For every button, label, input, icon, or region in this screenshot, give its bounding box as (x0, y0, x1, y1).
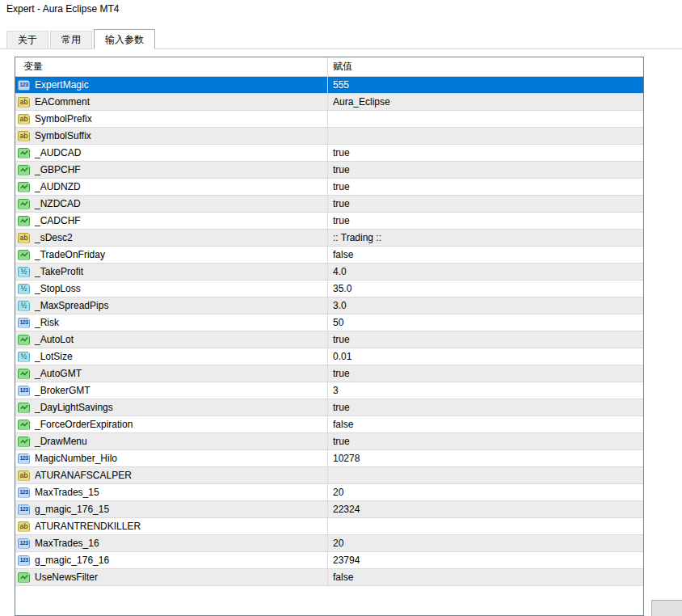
partial-button[interactable] (651, 600, 682, 616)
table-row[interactable]: ab EAComment Aura_Eclipse (15, 94, 643, 111)
bool-type-icon (18, 437, 30, 447)
param-name: ATURANAFSCALPER (35, 470, 132, 481)
table-row[interactable]: 123 ExpertMagic 555 (15, 77, 643, 94)
table-row[interactable]: _AUDCAD true (15, 145, 643, 162)
table-row[interactable]: 123 _BrokerGMT 3 (15, 382, 643, 399)
chart-line-icon (19, 369, 29, 378)
table-row[interactable]: ab ATURANAFSCALPER (15, 467, 643, 484)
int-type-icon: 123 (18, 318, 30, 328)
param-name: ExpertMagic (35, 79, 89, 91)
param-value: true (333, 402, 350, 413)
str-type-icon: ab (18, 97, 30, 108)
table-row[interactable]: ab ATURANTRENDKILLER (15, 518, 643, 535)
table-row[interactable]: 123 MaxTrades_16 20 (15, 535, 643, 552)
param-value: 22324 (333, 504, 360, 515)
dbl-type-icon: ½ (18, 284, 30, 294)
expert-properties-dialog: Expert - Aura Eclipse MT4 关于 常用 输入参数 变量 … (0, 0, 682, 616)
param-value: true (333, 436, 350, 447)
param-name: g_magic_176_15 (35, 504, 109, 515)
param-value: 3.0 (333, 300, 347, 311)
bool-type-icon (18, 369, 30, 379)
table-row[interactable]: 123 _Risk 50 (15, 314, 643, 331)
column-header-variable[interactable]: 变量 (15, 57, 328, 76)
table-row[interactable]: 123 g_magic_176_16 23794 (15, 552, 643, 569)
param-name: _TakeProfit (35, 266, 83, 277)
table-header: 变量 赋值 (15, 57, 643, 77)
dbl-type-icon: ½ (18, 301, 30, 311)
chart-line-icon (19, 251, 29, 259)
bool-type-icon (18, 250, 30, 260)
table-row[interactable]: 123 MaxTrades_15 20 (15, 484, 643, 501)
table-row[interactable]: _CADCHF true (15, 213, 643, 230)
param-name: _LotSize (35, 351, 73, 362)
param-name: _DayLightSavings (35, 402, 113, 413)
param-name: MagicNumber_Hilo (35, 453, 117, 464)
param-value: 10278 (333, 453, 360, 464)
table-row[interactable]: _DrawMenu true (15, 433, 643, 450)
table-row[interactable]: ab _sDesc2 :: Trading :: (15, 230, 643, 247)
chart-line-icon (19, 149, 29, 157)
param-value: 50 (333, 317, 343, 328)
bool-type-icon (18, 165, 30, 175)
param-name: _AutoLot (35, 334, 74, 345)
str-type-icon: ab (18, 114, 30, 124)
chart-line-icon (19, 437, 29, 445)
param-name: g_magic_176_16 (35, 555, 109, 566)
table-row[interactable]: _TradeOnFriday false (15, 247, 643, 264)
tab-inputs[interactable]: 输入参数 (94, 29, 155, 49)
int-type-icon: 123 (18, 487, 30, 498)
int-type-icon: 123 (18, 80, 30, 91)
str-type-icon: ab (18, 131, 30, 141)
column-header-value[interactable]: 赋值 (328, 57, 643, 76)
table-row[interactable]: ½ _StopLoss 35.0 (15, 281, 643, 297)
table-row[interactable]: ab SymbolPrefix (15, 111, 643, 128)
param-name: _DrawMenu (35, 436, 87, 447)
table-row[interactable]: _AUDNZD true (15, 179, 643, 196)
param-value: :: Trading :: (333, 232, 381, 243)
bool-type-icon (18, 199, 30, 209)
param-name: EAComment (35, 96, 90, 108)
table-row[interactable]: ab SymbolSuffix (15, 128, 643, 145)
tab-about[interactable]: 关于 (6, 31, 48, 49)
table-row[interactable]: _AutoLot true (15, 331, 643, 348)
param-value: true (333, 164, 350, 175)
param-name: _BrokerGMT (35, 385, 91, 396)
table-row[interactable]: ½ _TakeProfit 4.0 (15, 264, 643, 281)
bool-type-icon (18, 182, 30, 192)
param-value: true (333, 198, 350, 209)
int-type-icon: 123 (18, 504, 30, 515)
str-type-icon: ab (18, 233, 30, 243)
table-row[interactable]: _DayLightSavings true (15, 399, 643, 416)
input-parameters-table: 变量 赋值 123 ExpertMagic 555 ab EAComme (15, 57, 644, 616)
param-value: 555 (333, 79, 349, 91)
chart-line-icon (19, 183, 29, 191)
param-value: 4.0 (333, 266, 347, 277)
int-type-icon: 123 (18, 386, 30, 396)
table-row[interactable]: _ForceOrderExpiration false (15, 416, 643, 433)
param-name: ATURANTRENDKILLER (35, 521, 141, 532)
param-name: _sDesc2 (35, 232, 73, 243)
param-table-body: 123 ExpertMagic 555 ab EAComment Aura_Ec… (15, 77, 643, 586)
param-name: MaxTrades_16 (35, 538, 99, 549)
dbl-type-icon: ½ (18, 352, 30, 362)
table-row[interactable]: ½ _LotSize 0.01 (15, 348, 643, 365)
table-row[interactable]: 123 MagicNumber_Hilo 10278 (15, 450, 643, 467)
param-name: _NZDCAD (35, 198, 81, 209)
param-value: true (333, 181, 350, 192)
param-value: 35.0 (333, 283, 352, 294)
chart-line-icon (19, 217, 29, 225)
bool-type-icon (18, 403, 30, 413)
table-row[interactable]: ½ _MaxSpreadPips 3.0 (15, 297, 643, 314)
param-value: true (333, 334, 350, 345)
table-row[interactable]: _GBPCHF true (15, 162, 643, 179)
param-value: 23794 (333, 555, 360, 566)
chart-line-icon (19, 200, 29, 208)
param-name: _CADCHF (35, 215, 81, 226)
tab-common[interactable]: 常用 (50, 31, 92, 49)
table-row[interactable]: UseNewsFilter false (15, 569, 643, 586)
str-type-icon: ab (18, 470, 30, 481)
table-row[interactable]: _NZDCAD true (15, 196, 643, 213)
table-row[interactable]: _AutoGMT true (15, 365, 643, 382)
param-name: _ForceOrderExpiration (35, 419, 133, 430)
table-row[interactable]: 123 g_magic_176_15 22324 (15, 501, 643, 518)
